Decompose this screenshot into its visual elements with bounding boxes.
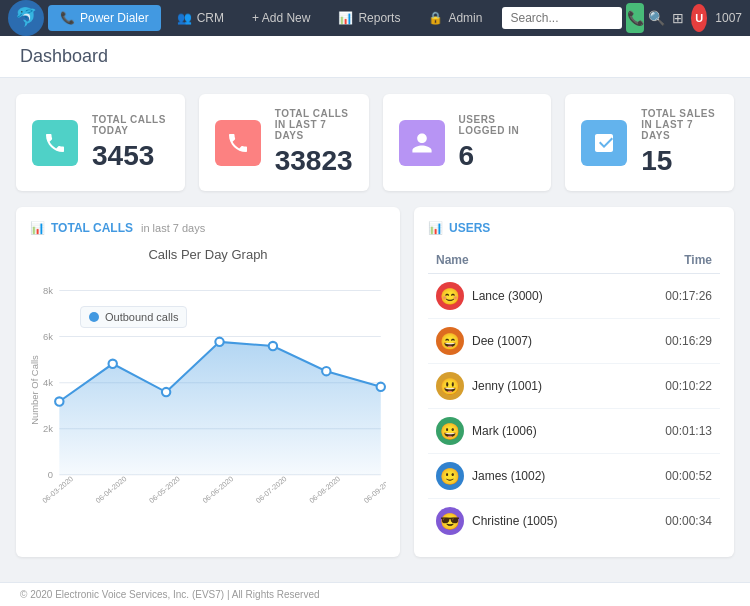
table-row: 😀Mark (1006)00:01:13: [428, 409, 720, 454]
svg-text:06-06-2020: 06-06-2020: [201, 474, 235, 505]
col-name-header: Name: [428, 247, 628, 274]
user-name: James (1002): [472, 469, 545, 483]
svg-text:06-09-2020: 06-09-2020: [362, 474, 386, 505]
legend-dot: [89, 312, 99, 322]
user-name: Christine (1005): [472, 514, 557, 528]
chart-title: Calls Per Day Graph: [30, 247, 386, 262]
svg-text:Number Of Calls: Number Of Calls: [30, 355, 40, 425]
crm-icon: 👥: [177, 11, 192, 25]
stat-cards-row: TOTAL CALLS TODAY 3453 TOTAL CALLS IN LA…: [16, 94, 734, 191]
svg-text:06-05-2020: 06-05-2020: [147, 474, 181, 505]
user-time: 00:00:52: [628, 454, 720, 499]
table-row: 😊Lance (3000)00:17:26: [428, 274, 720, 319]
call-button[interactable]: 📞: [626, 3, 644, 33]
chart-area: 8k 6k 4k 2k 0 Number Of Calls: [30, 270, 386, 510]
users-panel-title: 📊 USERS: [428, 221, 720, 235]
user-name: Jenny (1001): [472, 379, 542, 393]
grid-button[interactable]: ⊞: [669, 3, 687, 33]
calls-chart-panel: 📊 TOTAL CALLS in last 7 days Calls Per D…: [16, 207, 400, 557]
col-time-header: Time: [628, 247, 720, 274]
svg-point-15: [109, 360, 117, 368]
table-row: 😄Dee (1007)00:16:29: [428, 319, 720, 364]
bar-chart-icon: 📊: [30, 221, 45, 235]
stat-card-total-sales-7days-info: TOTAL SALES IN LAST 7 DAYS 15: [641, 108, 718, 177]
nav-reports[interactable]: 📊 Reports: [326, 5, 412, 31]
user-extension: 1007: [711, 11, 742, 25]
stat-card-total-calls-today-info: TOTAL CALLS TODAY 3453: [92, 114, 169, 172]
svg-text:🐬: 🐬: [15, 6, 38, 28]
user-avatar[interactable]: U: [691, 4, 707, 32]
table-row: 😃Jenny (1001)00:10:22: [428, 364, 720, 409]
footer: © 2020 Electronic Voice Services, Inc. (…: [0, 582, 750, 606]
user-name-cell: 🙂James (1002): [428, 454, 628, 499]
user-name: Mark (1006): [472, 424, 537, 438]
reports-icon: 📊: [338, 11, 353, 25]
users-chart-icon: 📊: [428, 221, 443, 235]
users-panel: 📊 USERS Name Time 😊Lance (3000)00:17:26😄…: [414, 207, 734, 557]
stat-card-total-sales-7days: TOTAL SALES IN LAST 7 DAYS 15: [565, 94, 734, 191]
stat-card-total-calls-7days-info: TOTAL CALLS IN LAST 7 DAYS 33823: [275, 108, 353, 177]
user-time: 00:01:13: [628, 409, 720, 454]
avatar: 😄: [436, 327, 464, 355]
page-header: Dashboard: [0, 36, 750, 78]
user-time: 00:16:29: [628, 319, 720, 364]
svg-text:4k: 4k: [43, 377, 53, 388]
user-name-cell: 😀Mark (1006): [428, 409, 628, 454]
nav-admin[interactable]: 🔒 Admin: [416, 5, 494, 31]
nav-power-dialer[interactable]: 📞 Power Dialer: [48, 5, 161, 31]
nav-crm[interactable]: 👥 CRM: [165, 5, 236, 31]
svg-text:06-04-2020: 06-04-2020: [94, 474, 128, 505]
red-phone-icon: [215, 120, 261, 166]
svg-point-17: [215, 338, 223, 346]
svg-text:0: 0: [48, 469, 53, 480]
user-name-cell: 😄Dee (1007): [428, 319, 628, 364]
purple-user-icon: [399, 120, 445, 166]
table-row: 🙂James (1002)00:00:52: [428, 454, 720, 499]
svg-point-18: [269, 342, 277, 350]
nav-add-new[interactable]: + Add New: [240, 5, 322, 31]
chart-legend: Outbound calls: [80, 306, 187, 328]
svg-point-16: [162, 388, 170, 396]
svg-text:8k: 8k: [43, 285, 53, 296]
avatar: 😀: [436, 417, 464, 445]
svg-point-14: [55, 397, 63, 405]
svg-text:06-07-2020: 06-07-2020: [254, 474, 288, 505]
top-navigation: 🐬 📞 Power Dialer 👥 CRM + Add New 📊 Repor…: [0, 0, 750, 36]
stat-card-users-logged-in: USERS LOGGED IN 6: [383, 94, 552, 191]
table-row: 😎Christine (1005)00:00:34: [428, 499, 720, 544]
avatar: 🙂: [436, 462, 464, 490]
user-time: 00:00:34: [628, 499, 720, 544]
blue-sales-icon: [581, 120, 627, 166]
svg-text:2k: 2k: [43, 423, 53, 434]
avatar: 😎: [436, 507, 464, 535]
legend-label: Outbound calls: [105, 311, 178, 323]
search-input[interactable]: [502, 7, 622, 29]
phone-icon: 📞: [60, 11, 75, 25]
user-name-cell: 😊Lance (3000): [428, 274, 628, 319]
svg-marker-13: [59, 342, 380, 475]
svg-text:6k: 6k: [43, 331, 53, 342]
teal-phone-icon: [32, 120, 78, 166]
stat-card-total-calls-7days: TOTAL CALLS IN LAST 7 DAYS 33823: [199, 94, 369, 191]
user-name-cell: 😃Jenny (1001): [428, 364, 628, 409]
page-title: Dashboard: [20, 46, 108, 66]
user-name-cell: 😎Christine (1005): [428, 499, 628, 544]
calls-panel-title: 📊 TOTAL CALLS in last 7 days: [30, 221, 386, 235]
lock-icon: 🔒: [428, 11, 443, 25]
logo: 🐬: [8, 0, 44, 36]
user-time: 00:17:26: [628, 274, 720, 319]
user-time: 00:10:22: [628, 364, 720, 409]
svg-point-20: [377, 383, 385, 391]
search-button[interactable]: 🔍: [648, 3, 666, 33]
svg-text:06-08-2020: 06-08-2020: [307, 474, 341, 505]
users-table-header: Name Time: [428, 247, 720, 274]
user-name: Dee (1007): [472, 334, 532, 348]
svg-point-19: [322, 367, 330, 375]
users-table-body: 😊Lance (3000)00:17:26😄Dee (1007)00:16:29…: [428, 274, 720, 544]
bottom-panels: 📊 TOTAL CALLS in last 7 days Calls Per D…: [16, 207, 734, 557]
user-name: Lance (3000): [472, 289, 543, 303]
avatar: 😊: [436, 282, 464, 310]
svg-text:06-03-2020: 06-03-2020: [40, 474, 74, 505]
users-table: Name Time 😊Lance (3000)00:17:26😄Dee (100…: [428, 247, 720, 543]
main-content: TOTAL CALLS TODAY 3453 TOTAL CALLS IN LA…: [0, 78, 750, 573]
